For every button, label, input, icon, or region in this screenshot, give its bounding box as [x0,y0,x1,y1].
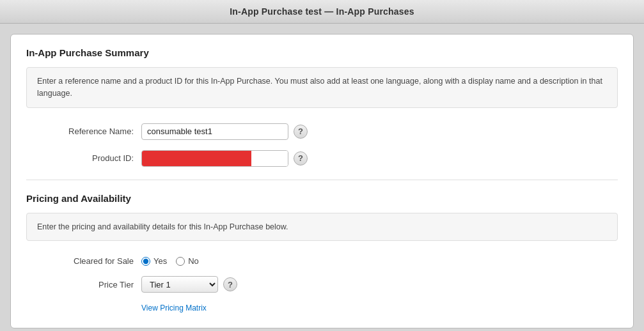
view-pricing-matrix-link[interactable]: View Pricing Matrix [141,304,207,312]
product-id-red-fill [142,151,251,166]
reference-name-help-button[interactable]: ? [294,125,308,139]
title-bar: In-App Purchase test — In-App Purchases [0,0,644,24]
product-id-controls: ? [141,150,308,167]
product-id-row: Product ID: ? [26,150,618,167]
main-content: In-App Purchase Summary Enter a referenc… [0,24,644,331]
section-divider [26,180,618,180]
pricing-section-title: Pricing and Availability [26,193,618,204]
price-tier-select[interactable]: Tier 1 Tier 2 Tier 3 Tier 4 Tier 5 [141,276,218,293]
price-tier-help-button[interactable]: ? [223,277,237,291]
card: In-App Purchase Summary Enter a referenc… [10,34,634,328]
pricing-info-box: Enter the pricing and availability detai… [26,213,618,242]
title-text: In-App Purchase test — In-App Purchases [230,6,414,17]
cleared-for-sale-yes-option[interactable]: Yes [141,256,167,266]
reference-name-controls: ? [141,123,308,140]
cleared-for-sale-yes-label: Yes [153,256,167,266]
product-id-field[interactable] [141,150,288,167]
product-id-help-button[interactable]: ? [294,151,308,166]
cleared-for-sale-no-radio[interactable] [176,257,185,266]
summary-section-title: In-App Purchase Summary [26,47,618,58]
cleared-for-sale-row: Cleared for Sale Yes No [26,256,618,266]
price-tier-label: Price Tier [26,280,141,289]
reference-name-label: Reference Name: [26,127,141,136]
cleared-for-sale-no-option[interactable]: No [176,256,199,266]
cleared-for-sale-yes-radio[interactable] [141,257,150,266]
product-id-label: Product ID: [26,153,141,163]
cleared-for-sale-label: Cleared for Sale [26,256,141,266]
price-tier-row: Price Tier Tier 1 Tier 2 Tier 3 Tier 4 T… [26,276,618,293]
product-id-white-fill [251,151,288,166]
price-tier-controls: Tier 1 Tier 2 Tier 3 Tier 4 Tier 5 ? [141,276,237,293]
cleared-for-sale-radio-group: Yes No [141,256,199,266]
reference-name-row: Reference Name: ? [26,123,618,140]
summary-info-box: Enter a reference name and a product ID … [26,67,618,108]
reference-name-input[interactable] [141,123,288,140]
cleared-for-sale-controls: Yes No [141,256,199,266]
cleared-for-sale-no-label: No [188,256,199,266]
pricing-matrix-row: View Pricing Matrix [141,303,618,312]
